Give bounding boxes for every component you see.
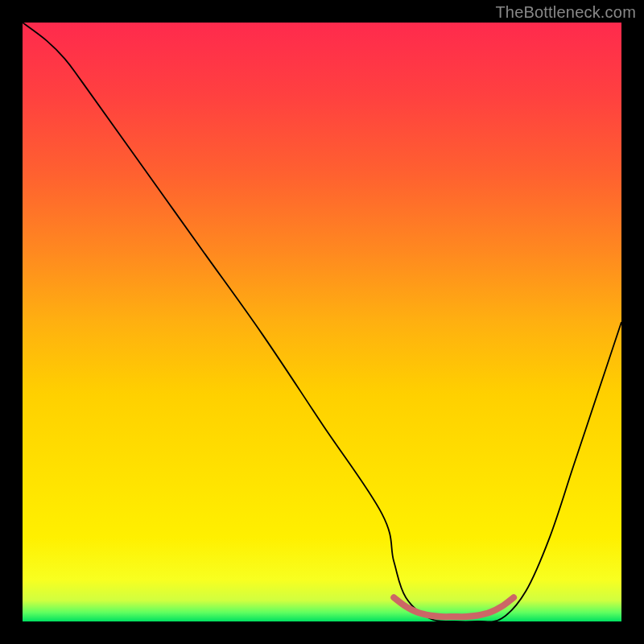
watermark-text: TheBottleneck.com: [495, 3, 636, 22]
gradient-background: [23, 23, 621, 621]
chart-plot-area: [23, 23, 621, 621]
chart-svg: [23, 23, 621, 621]
